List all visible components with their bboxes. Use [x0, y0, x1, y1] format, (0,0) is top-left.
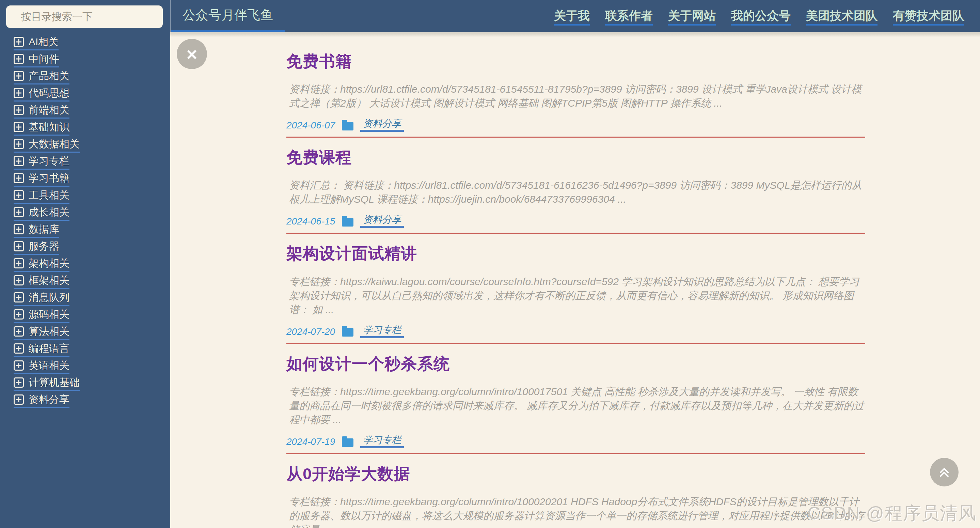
expand-plus-icon[interactable]	[14, 258, 24, 268]
sidebar-menu: AI相关 中间件 产品相关 代码思想 前端相关	[14, 37, 80, 412]
search-box	[6, 5, 163, 28]
sidebar-category-label: 工具相关	[29, 190, 70, 200]
expand-plus-icon[interactable]	[14, 190, 24, 200]
sidebar-category-link[interactable]: 代码思想	[14, 88, 70, 102]
expand-plus-icon[interactable]	[14, 54, 24, 64]
sidebar-category-label: 代码思想	[29, 88, 70, 98]
sidebar-category-label: 前端相关	[29, 105, 70, 115]
sidebar-category-link[interactable]: 工具相关	[14, 190, 70, 204]
expand-plus-icon[interactable]	[14, 122, 24, 132]
nav-link-label: 联系作者	[605, 9, 653, 26]
sidebar-category-label: 资料分享	[29, 394, 70, 405]
post-category-link[interactable]: 学习专栏	[360, 435, 404, 448]
sidebar-category-label: 基础知识	[29, 122, 70, 132]
post-list: 免费书籍 资料链接：https://url81.ctfile.com/d/573…	[286, 32, 865, 528]
expand-plus-icon[interactable]	[14, 156, 24, 166]
nav-link[interactable]: 联系作者	[605, 8, 653, 24]
post-meta: 2024-07-20 学习专栏	[286, 325, 865, 344]
sidebar-category-label: 大数据相关	[29, 139, 80, 149]
expand-plus-icon[interactable]	[14, 275, 24, 286]
expand-plus-icon[interactable]	[14, 37, 24, 47]
top-navbar: 公众号月伴飞鱼 关于我 联系作者 关于网站 我的公众号 美团技术团队 有赞技术团…	[170, 0, 980, 32]
post-item: 从0开始学大数据 专栏链接：https://time.geekbang.org/…	[286, 465, 865, 528]
sidebar-category-link[interactable]: 学习书籍	[14, 173, 70, 187]
nav-link-label: 美团技术团队	[806, 9, 878, 26]
sidebar-category-link[interactable]: 计算机基础	[14, 377, 80, 391]
sidebar-category-label: 学习书籍	[29, 173, 70, 183]
sidebar-category-link[interactable]: 框架相关	[14, 275, 70, 289]
sidebar-category-link[interactable]: 大数据相关	[14, 139, 80, 153]
sidebar-category-label: 成长相关	[29, 207, 70, 217]
sidebar-category-link[interactable]: 服务器	[14, 241, 59, 255]
expand-plus-icon[interactable]	[14, 173, 24, 183]
sidebar-category-link[interactable]: 成长相关	[14, 207, 70, 221]
post-meta: 2024-07-19 学习专栏	[286, 435, 865, 454]
expand-plus-icon[interactable]	[14, 71, 24, 81]
post-title-link[interactable]: 架构设计面试精讲	[286, 244, 865, 263]
nav-link[interactable]: 有赞技术团队	[893, 8, 964, 24]
sidebar-category-link[interactable]: 数据库	[14, 224, 59, 238]
sidebar-category-label: 源码相关	[29, 309, 70, 319]
sidebar-category-label: 架构相关	[29, 258, 70, 268]
sidebar-category-label: 数据库	[29, 224, 59, 234]
sidebar-category-link[interactable]: 英语相关	[14, 361, 70, 374]
expand-plus-icon[interactable]	[14, 241, 24, 251]
nav-link-label: 我的公众号	[731, 9, 791, 26]
search-input[interactable]	[21, 11, 163, 23]
sidebar-category-label: 计算机基础	[29, 377, 80, 388]
post-date: 2024-06-07	[286, 121, 335, 130]
sidebar-category-link[interactable]: 架构相关	[14, 258, 70, 272]
nav-link[interactable]: 关于我	[554, 8, 590, 24]
post-meta: 2024-06-15 资料分享	[286, 215, 865, 234]
expand-plus-icon[interactable]	[14, 139, 24, 149]
nav-link[interactable]: 关于网站	[668, 8, 716, 24]
sidebar-category-label: 英语相关	[29, 361, 70, 371]
post-category-link[interactable]: 资料分享	[360, 215, 404, 228]
close-icon: ×	[186, 45, 197, 63]
expand-plus-icon[interactable]	[14, 326, 24, 337]
nav-link[interactable]: 我的公众号	[731, 8, 791, 24]
post-category-link[interactable]: 资料分享	[360, 119, 404, 132]
post-item: 免费课程 资料汇总： 资料链接：https://url81.ctfile.com…	[286, 148, 865, 234]
nav-links: 关于我 联系作者 关于网站 我的公众号 美团技术团队 有赞技术团队	[554, 0, 964, 32]
expand-plus-icon[interactable]	[14, 309, 24, 319]
sidebar-category-link[interactable]: 算法相关	[14, 326, 70, 340]
expand-plus-icon[interactable]	[14, 292, 24, 303]
sidebar-category-link[interactable]: 前端相关	[14, 105, 70, 118]
sidebar-category-label: 产品相关	[29, 71, 70, 81]
expand-plus-icon[interactable]	[14, 105, 24, 115]
close-button[interactable]: ×	[177, 39, 207, 69]
post-title-link[interactable]: 从0开始学大数据	[286, 465, 865, 483]
sidebar-category-link[interactable]: AI相关	[14, 37, 59, 50]
sidebar-category-link[interactable]: 基础知识	[14, 122, 70, 136]
expand-plus-icon[interactable]	[14, 343, 24, 354]
post-title-link[interactable]: 免费书籍	[286, 52, 865, 70]
post-meta: 2024-06-07 资料分享	[286, 119, 865, 138]
expand-plus-icon[interactable]	[14, 88, 24, 98]
scroll-to-top-button[interactable]	[930, 458, 959, 487]
site-title-link[interactable]: 公众号月伴飞鱼	[171, 0, 285, 32]
post-date: 2024-07-19	[286, 437, 335, 447]
expand-plus-icon[interactable]	[14, 394, 24, 405]
post-category-link[interactable]: 学习专栏	[360, 325, 404, 338]
sidebar-category-link[interactable]: 源码相关	[14, 309, 70, 323]
post-excerpt: 专栏链接：https://time.geekbang.org/column/in…	[286, 495, 865, 528]
post-excerpt: 资料汇总： 资料链接：https://url81.ctfile.com/d/57…	[286, 178, 865, 206]
sidebar-category-link[interactable]: 产品相关	[14, 71, 70, 85]
nav-link[interactable]: 美团技术团队	[806, 8, 878, 24]
sidebar-category-label: 服务器	[29, 241, 59, 251]
expand-plus-icon[interactable]	[14, 361, 24, 371]
sidebar-category-link[interactable]: 资料分享	[14, 394, 70, 408]
sidebar-category-link[interactable]: 学习专栏	[14, 156, 70, 170]
sidebar-category-link[interactable]: 编程语言	[14, 343, 70, 357]
expand-plus-icon[interactable]	[14, 207, 24, 217]
sidebar-category-link[interactable]: 消息队列	[14, 292, 70, 306]
post-title-link[interactable]: 如何设计一个秒杀系统	[286, 355, 865, 373]
expand-plus-icon[interactable]	[14, 224, 24, 234]
folder-icon	[342, 439, 353, 447]
expand-plus-icon[interactable]	[14, 377, 24, 388]
sidebar-category-link[interactable]: 中间件	[14, 54, 59, 67]
post-date: 2024-06-15	[286, 217, 335, 226]
post-title-link[interactable]: 免费课程	[286, 148, 865, 167]
folder-icon	[342, 218, 353, 227]
